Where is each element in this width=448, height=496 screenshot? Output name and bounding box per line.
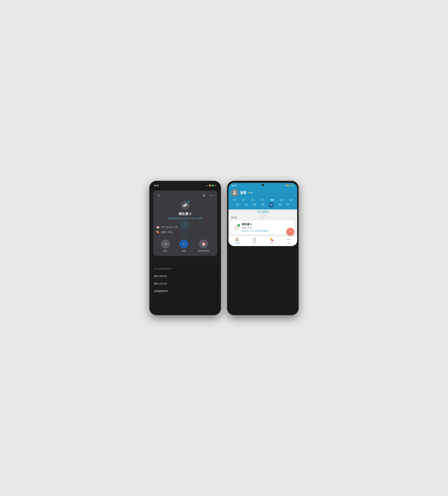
weekday-2: 周二	[249, 199, 258, 202]
med-time-taken: 在10:15, 今天, 1月25日时服用	[242, 230, 292, 232]
info-button[interactable]: ℹ	[156, 193, 162, 198]
home-icon: 🏠	[235, 237, 239, 241]
weekday-6: 周六	[286, 199, 296, 202]
nav-medications-label: 用药	[270, 242, 273, 244]
weekday-1: 周一	[239, 199, 249, 202]
nav-medications[interactable]: 💊 用药	[263, 237, 280, 244]
modal-title: 维生素 C	[156, 212, 214, 216]
left-phone: 10:15 ▪▪▪ 📶 9 ⚡ F 趣亨 ℹ	[149, 181, 221, 315]
date-22[interactable]: 22	[242, 202, 250, 208]
date-21[interactable]: 21	[234, 202, 242, 208]
med-name: 维生素 C	[242, 223, 292, 226]
app-header: 游客 ★ ▾	[228, 187, 297, 199]
take-label: 服用	[182, 250, 186, 252]
modal-scheduled-text: 定于 09:00, 今天	[161, 226, 178, 229]
reschedule-button[interactable]: ⏰	[199, 239, 208, 248]
dates-grid: 21 22 23 24 25 26 27	[234, 202, 292, 208]
nav-home[interactable]: 🏠 主控键	[228, 237, 246, 244]
right-phone: 10:15 ▪▪▪ 📶 9 ⚡ 游客 ★ ▾	[227, 181, 299, 315]
right-time: 10:15	[231, 184, 236, 186]
calendar-section: 周日 周一 周二 周三 周四 周五 周六 ‹ 21 22 23 24 25	[228, 199, 297, 209]
date-24[interactable]: 24	[259, 202, 267, 208]
user-name-text: 游客	[240, 190, 247, 195]
med-info: 维生素 C 服用 1 药丸 在10:15, 今天, 1月25日时服用	[242, 223, 292, 232]
modal-dosage-text: 服用 1 药丸	[161, 231, 173, 234]
right-status-icons: ▪▪▪ 📶 9 ⚡	[284, 185, 294, 186]
weekday-4: 周四	[268, 199, 277, 202]
updates-icon: 📋	[252, 237, 256, 241]
today-label-text: 今天, 1月25日	[256, 211, 269, 213]
medications-icon: 💊	[269, 237, 273, 241]
left-status-icons: ▪▪▪ 📶 9 ⚡	[206, 185, 217, 186]
right-battery-icon: 9	[289, 185, 291, 186]
nav-updates-label: 更新	[253, 242, 256, 244]
left-battery-icon: 9	[212, 185, 214, 186]
fab-icon: +	[289, 229, 292, 234]
right-camera	[262, 184, 264, 186]
left-signal-icon: ▪▪▪	[206, 185, 208, 186]
modal-divider-1	[156, 223, 214, 223]
date-27[interactable]: 27	[284, 202, 292, 208]
weekday-5: 周五	[277, 199, 286, 202]
time-slot-label: 09:00	[231, 216, 295, 219]
take-button[interactable]: ✓	[179, 239, 188, 248]
left-time: 10:15	[154, 184, 159, 186]
med-card[interactable]: ✓ 维生素 C 服用 1 药丸 在10:15, 今天, 1月25日时服用	[231, 220, 295, 234]
more-icon: •••	[287, 237, 290, 241]
reschedule-action: ⏰ 重新安排时间	[198, 239, 209, 252]
edit-button[interactable]: ✏	[209, 193, 214, 198]
med-dosage: 服用 1 药丸	[242, 227, 292, 229]
bottom-options: 您什么时候吃的药? 准时 (09:00) 现在 (10:15) 选择确切时间	[151, 265, 220, 297]
action-buttons: ✕ 跳过 ✓ 服用 ⏰ 重新安排时间	[156, 239, 214, 252]
left-wifi-icon: 📶	[209, 185, 211, 186]
nav-home-label: 主控键	[235, 242, 239, 244]
date-26[interactable]: 26	[275, 202, 284, 208]
option-on-time[interactable]: 准时 (09:00)	[154, 273, 217, 280]
right-wifi-icon: 📶	[286, 185, 289, 186]
option-now[interactable]: 现在 (10:15)	[154, 280, 217, 288]
pill-half	[182, 203, 188, 208]
pill-icon: 💊	[156, 230, 160, 234]
week-days-row: 周日 周一 周二 周三 周四 周五 周六	[230, 199, 296, 202]
nav-more[interactable]: ••• 更多	[280, 237, 297, 244]
date-25[interactable]: 25	[269, 202, 274, 208]
right-bolt-icon: ⚡	[292, 185, 294, 186]
right-screen: 10:15 ▪▪▪ 📶 9 ⚡ 游客 ★ ▾	[228, 183, 297, 246]
bottom-nav: 🏠 主控键 📋 更新 💊 用药 ••• 更多	[228, 236, 297, 246]
left-dark-bg: F 趣亨 ℹ 🗑 ✏	[151, 190, 220, 265]
option-custom-time[interactable]: 选择确切时间	[154, 288, 217, 295]
prev-week-button[interactable]: ‹	[230, 203, 234, 207]
star-icon: ★	[248, 191, 250, 194]
check-badge: ✓	[238, 224, 240, 227]
modal-dosage-row: 💊 服用 1 药丸	[156, 230, 214, 234]
skip-button[interactable]: ✕	[161, 239, 170, 248]
take-action: ✓ 服用	[179, 239, 188, 252]
next-week-button[interactable]: ›	[292, 203, 295, 207]
dropdown-arrow[interactable]: ▾	[251, 191, 252, 194]
delete-button[interactable]: 🗑	[202, 193, 207, 198]
pill-dot	[188, 201, 190, 202]
week-nav: ‹ 21 22 23 24 25 26 27 ›	[230, 202, 296, 208]
nav-more-label: 更多	[287, 242, 290, 244]
nav-updates[interactable]: 📋 更新	[246, 237, 263, 244]
weekday-3: 周三	[258, 199, 268, 202]
avatar	[231, 189, 238, 197]
reschedule-label: 重新安排时间	[198, 250, 209, 252]
modal-top-right-icons: 🗑 ✏	[202, 193, 214, 198]
pill-container	[156, 201, 214, 209]
modal-card: ℹ 🗑 ✏ 维生素 C Rescheduled for 10:15,	[153, 190, 217, 256]
user-name-row: 游客 ★ ▾	[240, 190, 252, 195]
left-screen: 10:15 ▪▪▪ 📶 9 ⚡ F 趣亨 ℹ	[151, 183, 220, 297]
today-label: 今天, 1月25日	[228, 209, 297, 215]
skip-label: 跳过	[164, 250, 167, 252]
fab-button[interactable]: +	[286, 228, 294, 236]
right-signal-icon: ▪▪▪	[284, 185, 286, 186]
modal-top-icons: ℹ 🗑 ✏	[156, 193, 214, 198]
modal-scheduled-row: 📅 定于 09:00, 今天	[156, 225, 214, 229]
skip-action: ✕ 跳过	[161, 239, 170, 252]
calendar-icon: 📅	[156, 225, 160, 229]
scene: 10:15 ▪▪▪ 📶 9 ⚡ F 趣亨 ℹ	[143, 175, 305, 321]
date-23[interactable]: 23	[250, 202, 259, 208]
left-bolt-icon: ⚡	[214, 185, 217, 186]
modal-subtitle: Rescheduled for 10:15, 今天, 1月25日	[156, 217, 214, 220]
